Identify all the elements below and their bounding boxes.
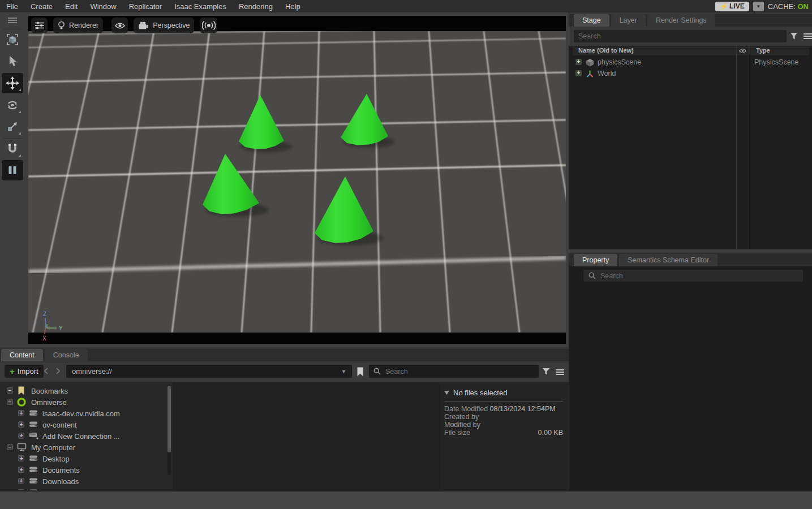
omniverse-icon <box>17 398 26 408</box>
expand-toggle[interactable]: + <box>575 70 582 76</box>
tab-console[interactable]: Console <box>45 349 88 361</box>
detail-file-size: File size 0.00 KB <box>444 429 563 437</box>
expand-toggle[interactable]: + <box>18 433 24 439</box>
content-options-button[interactable] <box>555 367 565 377</box>
tree-item-my-computer[interactable]: − My Computer <box>0 442 173 453</box>
tree-item-add-new-connection[interactable]: + Add New Connection ... <box>0 430 173 442</box>
property-search-input[interactable] <box>596 272 803 280</box>
chevron-left-icon <box>44 368 48 374</box>
stage-row-physicsscene[interactable]: + physicsScene PhysicsScene <box>569 57 812 68</box>
path-bar[interactable]: omniverse:// ▼ <box>66 365 352 378</box>
bookmark-icon <box>356 367 364 377</box>
forward-button[interactable] <box>53 366 63 376</box>
expand-toggle[interactable]: + <box>18 455 24 461</box>
content-filter-button[interactable] <box>541 366 551 377</box>
frame-cube-icon <box>6 33 19 46</box>
3d-scene: Z Y X <box>28 16 566 344</box>
tree-item-ov-content[interactable]: + ov-content <box>0 419 173 430</box>
path-dropdown-icon[interactable]: ▼ <box>341 369 346 374</box>
lightbulb-icon <box>58 21 65 31</box>
collapse-toggle[interactable]: − <box>7 387 13 394</box>
viewport-settings-button[interactable] <box>31 18 48 33</box>
tab-stage[interactable]: Stage <box>574 14 609 27</box>
drive-icon <box>29 465 38 475</box>
back-button[interactable] <box>41 366 51 376</box>
menu-replicator[interactable]: Replicator <box>123 2 169 11</box>
stage-options-button[interactable] <box>802 31 812 41</box>
toolbar-drag-handle[interactable] <box>2 10 23 31</box>
tree-item-desktop[interactable]: + Desktop <box>0 453 173 464</box>
tab-layer[interactable]: Layer <box>611 14 646 27</box>
eye-icon <box>739 48 746 54</box>
add-connection-icon <box>29 432 38 442</box>
content-search-input[interactable] <box>381 368 539 376</box>
menu-help[interactable]: Help <box>279 2 307 11</box>
panel-divider[interactable] <box>569 249 812 254</box>
expand-toggle[interactable]: + <box>18 478 24 484</box>
live-dropdown-button[interactable]: ▼ <box>753 2 764 11</box>
menu-rendering[interactable]: Rendering <box>233 2 279 11</box>
render-capture-button[interactable] <box>200 18 217 33</box>
plus-icon: + <box>10 368 15 375</box>
scrollbar-thumb[interactable] <box>167 386 171 452</box>
move-tool[interactable] <box>2 73 23 93</box>
menu-edit[interactable]: Edit <box>59 2 84 11</box>
collapse-toggle[interactable]: − <box>7 399 13 405</box>
scale-tool[interactable] <box>2 117 23 137</box>
tab-content[interactable]: Content <box>1 349 43 361</box>
expand-toggle[interactable]: + <box>18 410 24 416</box>
import-button[interactable]: + Import <box>5 365 44 378</box>
axis-tripod-icon <box>586 70 594 80</box>
expand-toggle[interactable]: + <box>575 59 582 65</box>
cube-icon <box>586 58 594 68</box>
live-button[interactable]: ⚡ LIVE <box>715 2 749 11</box>
menu-isaac-examples[interactable]: Isaac Examples <box>168 2 233 11</box>
perspective-label: Perspective <box>153 21 190 29</box>
tree-item-omniverse[interactable]: − Omniverse <box>0 396 173 408</box>
menu-file[interactable]: File <box>0 2 24 11</box>
right-pane: Stage Layer Render Settings Name (Old to… <box>569 12 812 490</box>
stage-row-world[interactable]: + World <box>569 68 812 79</box>
collapse-toggle[interactable]: − <box>7 444 13 450</box>
move-icon <box>6 76 19 90</box>
menu-window[interactable]: Window <box>84 2 122 11</box>
tab-semantics-schema-editor[interactable]: Semantics Schema Editor <box>619 254 718 266</box>
tree-item-documents[interactable]: + Documents <box>0 464 173 476</box>
frame-selection-tool[interactable] <box>2 29 23 50</box>
tree-scrollbar[interactable] <box>167 385 171 475</box>
stage-filter-button[interactable] <box>789 31 799 41</box>
cursor-icon <box>7 55 18 67</box>
tab-render-settings[interactable]: Render Settings <box>647 14 715 27</box>
pause-icon <box>7 165 18 176</box>
detail-created-by: Created by <box>444 413 563 421</box>
tree-item-bookmarks[interactable]: − Bookmarks <box>0 385 173 396</box>
server-icon <box>29 420 38 430</box>
renderer-button[interactable]: Renderer <box>53 18 103 33</box>
visibility-column-header[interactable] <box>738 47 747 55</box>
server-icon <box>29 409 38 419</box>
tree-item-downloads[interactable]: + Downloads <box>0 476 173 487</box>
name-column-header[interactable]: Name (Old to New) <box>578 47 634 54</box>
visibility-button[interactable] <box>111 18 128 33</box>
stage-search-input[interactable] <box>574 32 787 40</box>
file-grid-area[interactable] <box>173 382 439 490</box>
rotate-tool[interactable] <box>2 95 23 115</box>
camera-button[interactable]: Perspective <box>134 18 194 33</box>
filter-funnel-icon <box>790 32 798 40</box>
select-tool[interactable] <box>2 51 23 71</box>
expand-toggle[interactable]: + <box>18 421 24 428</box>
snap-tool[interactable] <box>2 139 23 159</box>
bookmark-button[interactable] <box>354 365 366 378</box>
status-bar <box>0 490 812 509</box>
detail-date-modified: Date Modified 08/13/2024 12:54PM <box>444 405 563 413</box>
broadcast-icon <box>202 20 216 31</box>
details-header[interactable]: No files selected <box>444 387 563 398</box>
type-column-header[interactable]: Type <box>756 47 770 54</box>
tree-item-isaac-dev[interactable]: + isaac-dev.ov.nvidia.com <box>0 408 173 419</box>
lightning-bolt-icon: ⚡ <box>720 3 728 10</box>
viewport-canvas[interactable]: Z Y X <box>28 16 566 344</box>
menu-create[interactable]: Create <box>24 2 59 11</box>
tab-property[interactable]: Property <box>574 254 617 266</box>
pause-button[interactable] <box>2 160 23 180</box>
expand-toggle[interactable]: + <box>18 467 24 473</box>
